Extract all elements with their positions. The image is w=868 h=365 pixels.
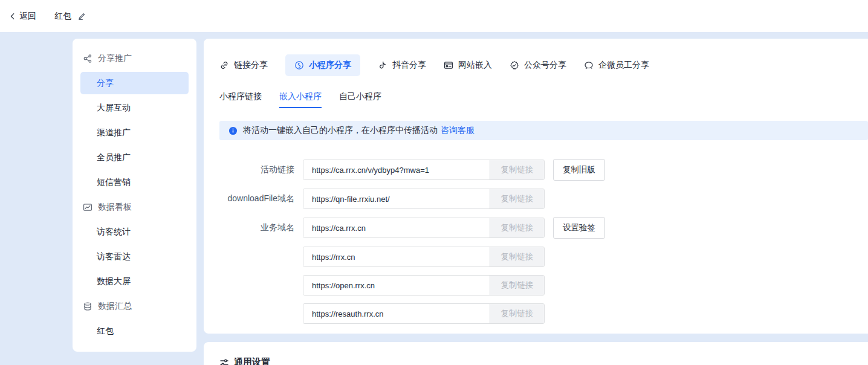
sidebar-item-channel-promotion[interactable]: 渠道推广 xyxy=(73,120,196,145)
info-circle-icon xyxy=(228,126,238,135)
tab-miniprogram-share[interactable]: 小程序分享 xyxy=(285,54,360,76)
chevron-left-icon xyxy=(8,12,17,21)
domain-input[interactable] xyxy=(303,304,490,323)
share-nodes-icon xyxy=(83,54,92,63)
pencil-icon[interactable] xyxy=(77,11,86,21)
sidebar-group-share-promotion[interactable]: 分享推广 xyxy=(73,46,196,71)
sidebar-item-visitor-stats[interactable]: 访客统计 xyxy=(73,219,196,244)
sidebar-item-sms-marketing[interactable]: 短信营销 xyxy=(73,170,196,195)
banner-text: 将活动一键嵌入自己的小程序，在小程序中传播活动 xyxy=(243,125,438,136)
sidebar-item-visitor-radar[interactable]: 访客雷达 xyxy=(73,244,196,269)
tab-label: 公众号分享 xyxy=(524,60,566,71)
set-verification-button[interactable]: 设置验签 xyxy=(553,217,605,239)
back-button[interactable]: 返回 xyxy=(8,11,36,22)
subtab-miniprogram-link[interactable]: 小程序链接 xyxy=(219,91,262,108)
copy-link-button[interactable]: 复制链接 xyxy=(490,304,544,323)
domain-input[interactable] xyxy=(303,247,490,266)
sidebar-group-data-summary[interactable]: 数据汇总 xyxy=(73,294,196,318)
tab-website-embed[interactable]: 网站嵌入 xyxy=(444,54,492,76)
copy-link-button[interactable]: 复制链接 xyxy=(490,218,544,237)
sidebar-item-big-screen[interactable]: 大屏互动 xyxy=(73,95,196,120)
wecom-chat-icon xyxy=(584,60,594,70)
sidebar-item-data-screen[interactable]: 数据大屏 xyxy=(73,269,196,294)
tab-label: 链接分享 xyxy=(234,60,268,71)
topbar: 返回 红包 xyxy=(0,0,868,32)
tab-label: 抖音分享 xyxy=(392,60,426,71)
info-banner: 将活动一键嵌入自己的小程序，在小程序中传播活动咨询客服 xyxy=(219,121,868,140)
tab-wecom-staff-share[interactable]: 企微员工分享 xyxy=(584,54,649,76)
contact-support-link[interactable]: 咨询客服 xyxy=(441,125,474,136)
line-chart-icon xyxy=(83,202,92,212)
subtab-embed-miniprogram[interactable]: 嵌入小程序 xyxy=(279,91,322,108)
tab-label: 网站嵌入 xyxy=(458,60,492,71)
douyin-icon xyxy=(378,60,387,70)
tab-official-account-share[interactable]: 公众号分享 xyxy=(510,54,566,76)
page-title: 红包 xyxy=(54,11,71,22)
share-settings-form: 活动链接 复制链接 复制旧版 downloadFile域名 复制链接 业务域名 … xyxy=(219,159,868,324)
section-title-text: 通用设置 xyxy=(234,357,270,365)
sidebar-group-label: 数据看板 xyxy=(98,202,132,213)
form-row-business-domain: 业务域名 复制链接 设置验签 xyxy=(219,217,868,239)
copy-old-version-button[interactable]: 复制旧版 xyxy=(553,159,605,181)
back-label: 返回 xyxy=(19,11,36,22)
sliders-icon xyxy=(219,358,229,365)
form-row-activity-link: 活动链接 复制链接 复制旧版 xyxy=(219,159,868,181)
general-settings-title: 通用设置 xyxy=(219,357,868,365)
sidebar-group-label: 分享推广 xyxy=(98,53,132,64)
database-icon xyxy=(83,302,92,311)
business-domain-input-group: 复制链接 xyxy=(303,218,545,238)
activity-link-input-group: 复制链接 xyxy=(303,160,545,180)
tab-label: 小程序分享 xyxy=(309,60,351,71)
share-tabs: 链接分享 小程序分享 抖音分享 网站嵌入 公众号分享 xyxy=(219,54,868,76)
domain-input[interactable] xyxy=(303,276,490,295)
domain-input-group: 复制链接 xyxy=(303,275,545,296)
sidebar: 分享推广 分享 大屏互动 渠道推广 全员推广 短信营销 数据看板 访客统计 访客… xyxy=(73,39,196,352)
subtab-own-miniprogram[interactable]: 自己小程序 xyxy=(339,91,381,108)
website-embed-icon xyxy=(444,60,453,70)
official-account-icon xyxy=(510,60,519,70)
copy-link-button[interactable]: 复制链接 xyxy=(490,189,544,208)
general-settings-card: 通用设置 xyxy=(204,342,868,365)
form-row-domain-2: 复制链接 xyxy=(219,247,868,267)
tab-label: 企微员工分享 xyxy=(598,60,649,71)
copy-link-button[interactable]: 复制链接 xyxy=(490,160,544,179)
domain-input-group: 复制链接 xyxy=(303,303,545,324)
copy-link-button[interactable]: 复制链接 xyxy=(490,247,544,266)
business-domain-input[interactable] xyxy=(303,218,490,237)
copy-link-button[interactable]: 复制链接 xyxy=(490,276,544,295)
field-label: 业务域名 xyxy=(219,222,294,233)
miniprogram-icon xyxy=(294,60,304,70)
tab-link-share[interactable]: 链接分享 xyxy=(219,54,268,76)
activity-link-input[interactable] xyxy=(303,160,490,179)
downloadfile-domain-input[interactable] xyxy=(303,189,490,208)
miniprogram-subtabs: 小程序链接 嵌入小程序 自己小程序 xyxy=(219,91,868,108)
link-icon xyxy=(219,60,229,70)
sidebar-item-all-staff-promotion[interactable]: 全员推广 xyxy=(73,145,196,170)
sidebar-item-red-packet[interactable]: 红包 xyxy=(73,318,196,343)
tab-douyin-share[interactable]: 抖音分享 xyxy=(378,54,426,76)
field-label: downloadFile域名 xyxy=(219,193,294,204)
form-row-domain-3: 复制链接 xyxy=(219,275,868,296)
field-label: 活动链接 xyxy=(219,164,294,175)
sidebar-group-data-board[interactable]: 数据看板 xyxy=(73,195,196,219)
main-card: 链接分享 小程序分享 抖音分享 网站嵌入 公众号分享 xyxy=(204,39,868,334)
downloadfile-domain-input-group: 复制链接 xyxy=(303,189,545,209)
form-row-downloadfile-domain: downloadFile域名 复制链接 xyxy=(219,189,868,209)
domain-input-group: 复制链接 xyxy=(303,247,545,267)
form-row-domain-4: 复制链接 xyxy=(219,303,868,324)
sidebar-item-share[interactable]: 分享 xyxy=(80,72,189,94)
sidebar-group-label: 数据汇总 xyxy=(98,301,132,312)
